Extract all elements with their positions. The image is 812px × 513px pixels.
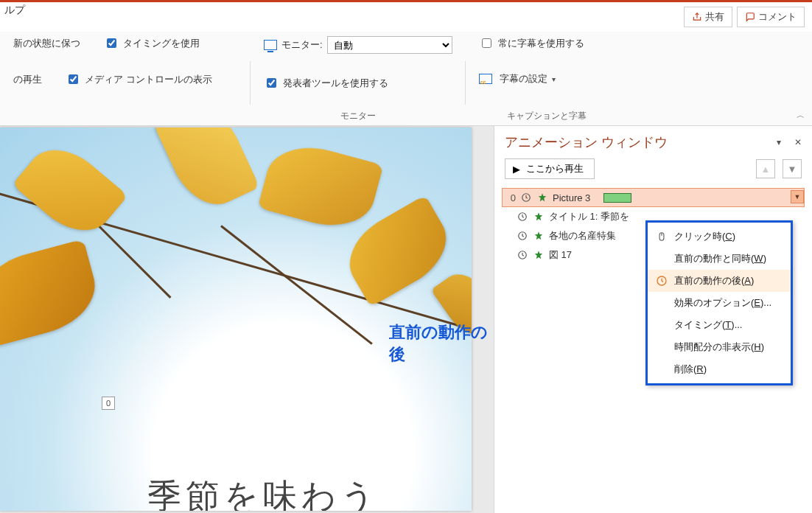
move-down-button[interactable]: ▼ [783,159,802,178]
animation-index: 0 [505,192,516,203]
slide-editor-area: 0 季節を味わう 直前の動作の後 [0,126,494,513]
monitor-icon [264,40,277,50]
comment-label: コメント [758,10,797,24]
workspace: 0 季節を味わう 直前の動作の後 アニメーション ウィンドウ ▾ ✕ ▶ [0,126,812,513]
effect-icon [536,192,548,203]
animation-target-name: 各地の名産特集 [549,229,616,242]
play-from-button[interactable]: ▶ ここから再生 [505,158,595,179]
ribbon-group-slideshow: 新の状態に保つ タイミングを使用 の再生 メディア コントロールの表示 [0,32,251,125]
clock-icon [517,249,528,261]
monitor-label: モニター: [281,38,323,52]
ribbon: 新の状態に保つ タイミングを使用 の再生 メディア コントロールの表示 モニター… [0,32,812,126]
subtitle-settings-dropdown[interactable]: 字幕の設定 [479,72,615,86]
slide-canvas[interactable]: 0 季節を味わう [0,128,472,511]
ribbon-tab-help-partial: ルプ [4,4,25,17]
menu-hide-timeline[interactable]: 時間配分の非表示(H) [648,336,791,358]
presenter-tools-checkbox[interactable]: 発表者ツールを使用する [264,76,452,90]
menu-timing[interactable]: タイミング(T)... [648,314,791,336]
share-button[interactable]: 共有 [684,7,732,27]
ribbon-group-captions: 常に字幕を使用する 字幕の設定 キャプションと字幕 [466,32,628,125]
animation-target-name: タイトル 1: 季節を [549,210,629,223]
captions-icon [479,74,492,84]
menu-after-previous[interactable]: 直前の動作の後(A) [648,270,791,292]
monitor-select[interactable]: 自動 [327,36,452,54]
row-dropdown-button[interactable]: ▼ [791,190,804,203]
media-controls-checkbox[interactable]: メディア コントロールの表示 [66,72,212,86]
keep-updated-label: 新の状態に保つ [13,36,80,50]
animation-target-name: Picture 3 [553,192,590,203]
ribbon-group-monitor: モニター: 自動 発表者ツールを使用する モニター [251,32,466,125]
move-up-button[interactable]: ▲ [756,159,775,178]
menu-effect-options[interactable]: 効果のオプション(E)... [648,292,791,314]
effect-icon [533,230,545,242]
always-subtitles-label: 常に字幕を使用する [498,37,584,50]
comment-icon [745,12,755,22]
clock-icon [655,274,668,287]
subtitle-settings-label: 字幕の設定 [500,72,547,86]
play-icon: ▶ [513,164,520,175]
timeline-bar [603,193,631,203]
use-timing-checkbox[interactable]: タイミングを使用 [104,36,200,50]
effect-icon [533,249,545,261]
menu-on-click[interactable]: クリック時(C) [648,226,791,248]
play-from-label: ここから再生 [526,162,584,175]
monitor-group-label: モニター [251,110,466,122]
captions-group-label: キャプションと字幕 [466,110,628,122]
slide-title-text: 季節を味わう [147,474,379,511]
animation-pane: アニメーション ウィンドウ ▾ ✕ ▶ ここから再生 ▲ ▼ 0 [494,126,812,513]
comment-button[interactable]: コメント [737,7,805,27]
menu-with-previous[interactable]: 直前の動作と同時(W) [648,248,791,270]
share-label: 共有 [705,10,724,24]
presenter-tools-label: 発表者ツールを使用する [283,77,388,90]
clock-icon [520,192,532,203]
placeholder-handle[interactable]: 0 [102,397,115,410]
mouse-icon [655,230,668,243]
use-timing-label: タイミングを使用 [123,37,200,50]
animation-context-menu: クリック時(C) 直前の動作と同時(W) 直前の動作の後(A) 効果のオプション… [645,220,793,385]
share-icon [692,12,702,22]
clock-icon [517,230,528,242]
clock-icon [517,211,528,223]
always-subtitles-checkbox[interactable]: 常に字幕を使用する [479,36,615,50]
playback-label: の再生 [13,72,42,86]
media-controls-label: メディア コントロールの表示 [85,73,212,86]
collapse-ribbon-button[interactable]: ︿ [797,110,805,121]
pane-close-button[interactable]: ✕ [794,137,802,147]
effect-icon [533,211,545,223]
title-bar-actions: 共有 コメント [684,7,805,27]
animation-row[interactable]: 0 Picture 3 ▼ [502,188,805,207]
pane-menu-caret[interactable]: ▾ [777,137,781,147]
menu-remove[interactable]: 削除(R) [648,358,791,380]
animation-target-name: 図 17 [549,248,572,262]
animation-pane-title: アニメーション ウィンドウ [505,133,668,151]
powerpoint-window: 共有 コメント ルプ 新の状態に保つ タイミングを使用 の再生 メディア コント… [0,0,812,513]
